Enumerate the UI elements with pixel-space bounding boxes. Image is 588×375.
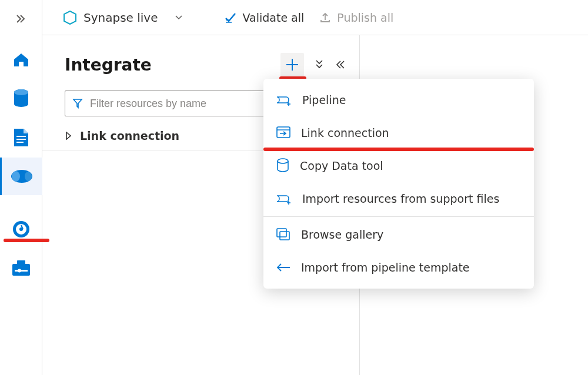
pipeline-icon: [276, 93, 292, 106]
menu-item-browse-gallery[interactable]: Browse gallery: [263, 218, 534, 251]
filter-icon: [72, 98, 83, 109]
main-area: Integrate: [42, 35, 588, 375]
menu-item-label: Copy Data tool: [300, 159, 383, 172]
svg-point-6: [12, 171, 20, 182]
synapse-icon: [64, 11, 76, 25]
panel-header: Integrate: [42, 47, 359, 82]
validate-icon: [224, 12, 237, 24]
workspace-mode-label: Synapse live: [83, 11, 158, 25]
nav-home[interactable]: [0, 41, 42, 79]
menu-item-label: Browse gallery: [301, 228, 383, 241]
nav-rail: [0, 0, 42, 375]
menu-item-import-template[interactable]: Import from pipeline template: [263, 251, 534, 284]
nav-data[interactable]: [0, 80, 42, 118]
menu-item-label: Link connection: [301, 126, 389, 139]
content-area: Synapse live Validate all Publish all In…: [42, 0, 588, 375]
publish-all-label: Publish all: [337, 11, 393, 24]
menu-item-label: Import from pipeline template: [301, 261, 470, 274]
caret-right-icon: [65, 132, 72, 140]
svg-rect-18: [280, 232, 289, 240]
collapse-panel-button[interactable]: [335, 60, 345, 69]
svg-rect-12: [17, 260, 25, 264]
svg-rect-3: [16, 139, 26, 140]
svg-point-14: [18, 269, 21, 273]
database-icon: [276, 158, 289, 173]
svg-rect-2: [16, 136, 26, 137]
menu-divider: [263, 216, 534, 217]
publish-all-button: Publish all: [315, 9, 398, 26]
nav-integrate[interactable]: [0, 158, 42, 195]
tree-item-label: Link connection: [80, 129, 179, 142]
validate-all-button[interactable]: Validate all: [219, 9, 309, 26]
menu-item-label: Pipeline: [302, 93, 346, 106]
double-chevron-left-icon: [335, 60, 345, 69]
double-chevron-down-icon: [315, 59, 324, 70]
gallery-icon: [276, 228, 290, 241]
top-toolbar: Synapse live Validate all Publish all: [42, 0, 588, 35]
svg-point-1: [14, 89, 28, 95]
add-resource-menu: Pipeline Link connection Copy Data tool …: [263, 79, 534, 289]
menu-item-pipeline[interactable]: Pipeline: [263, 83, 534, 116]
nav-manage[interactable]: [0, 249, 42, 287]
expand-all-button[interactable]: [315, 59, 324, 70]
pipeline-import-icon: [276, 192, 292, 205]
panel-title: Integrate: [65, 55, 152, 75]
menu-item-label: Import resources from support files: [302, 192, 499, 205]
menu-item-link-connection[interactable]: Link connection: [263, 116, 534, 149]
publish-icon: [319, 12, 331, 24]
plus-icon: [285, 57, 300, 72]
chevron-collapse-icon[interactable]: [13, 11, 29, 27]
workspace-mode-dropdown[interactable]: Synapse live: [59, 8, 188, 27]
chevron-down-icon: [175, 15, 183, 21]
svg-point-7: [25, 172, 32, 181]
svg-rect-17: [277, 229, 286, 237]
validate-all-label: Validate all: [243, 11, 305, 24]
menu-item-import-support-files[interactable]: Import resources from support files: [263, 182, 534, 215]
nav-monitor[interactable]: [0, 210, 42, 248]
panel-actions: [280, 53, 345, 76]
arrow-left-icon: [276, 263, 290, 272]
add-resource-button[interactable]: [280, 53, 304, 76]
svg-rect-4: [16, 142, 24, 143]
menu-item-copy-data-tool[interactable]: Copy Data tool: [263, 149, 534, 182]
svg-point-16: [278, 159, 288, 163]
nav-develop[interactable]: [0, 119, 42, 156]
link-connection-icon: [276, 126, 290, 139]
